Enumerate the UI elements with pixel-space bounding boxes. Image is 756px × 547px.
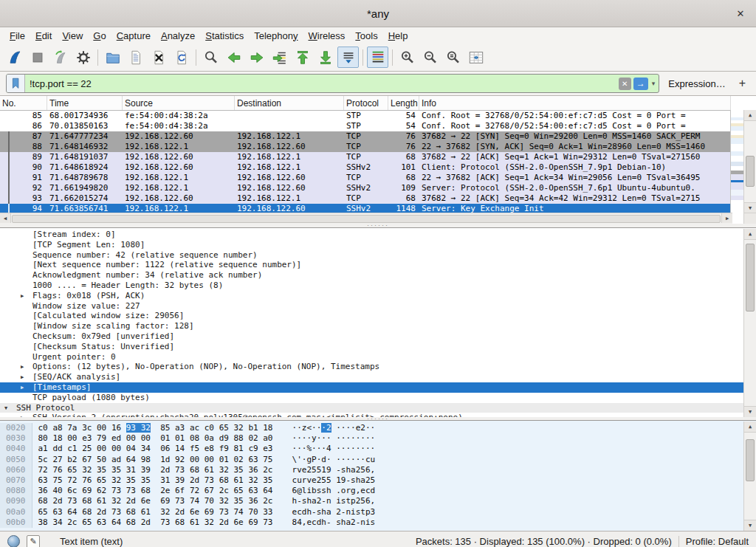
scroll-up-arrow[interactable]: ▲	[744, 229, 756, 240]
packet-list-minimap[interactable]	[730, 110, 744, 213]
auto-scroll-button[interactable]	[337, 47, 359, 68]
go-back-button[interactable]	[223, 47, 244, 68]
menu-help[interactable]: Help	[383, 29, 413, 43]
detail-line[interactable]: ▼SSH Protocol	[0, 403, 756, 413]
filter-clear-button[interactable]: ✕	[619, 78, 631, 90]
packet-row-91[interactable]: 9171.648789678192.168.122.1192.168.122.6…	[0, 173, 731, 183]
hex-vertical-scrollbar[interactable]: ▲ ▼	[743, 422, 756, 531]
detail-line[interactable]: 1000 .... = Header Length: 32 bytes (8)	[0, 281, 756, 291]
expanded-arrow-icon[interactable]: ▼	[4, 404, 7, 413]
hex-row-0070[interactable]: 007063 75 72 76 65 32 35 35 31 39 2d 73 …	[0, 475, 756, 486]
hex-row-0040[interactable]: 0040a1 dd c1 25 00 00 04 34 06 14 f5 e8 …	[0, 444, 756, 454]
filter-add-button[interactable]: +	[735, 77, 750, 90]
detail-line[interactable]: [Checksum Status: Unverified]	[0, 342, 756, 352]
go-last-button[interactable]	[315, 47, 336, 68]
scrollbar-thumb[interactable]	[746, 156, 755, 187]
filter-bookmark-button[interactable]	[7, 75, 25, 92]
hex-row-00b0[interactable]: 00b038 34 2c 65 63 64 68 2d 73 68 61 32 …	[0, 517, 756, 528]
collapsed-arrow-icon[interactable]: ▶	[21, 383, 24, 393]
hex-row-0030[interactable]: 003080 18 00 e3 79 ed 00 00 01 01 08 0a …	[0, 433, 756, 444]
go-first-button[interactable]	[292, 47, 313, 68]
detail-line[interactable]: Sequence number: 42 (relative sequence n…	[0, 250, 756, 261]
column-header-no[interactable]: No.	[0, 96, 47, 110]
reload-file-button[interactable]	[171, 47, 192, 68]
menu-telephony[interactable]: Telephony	[249, 29, 303, 43]
scroll-down-arrow[interactable]: ▼	[744, 520, 756, 531]
scroll-up-arrow[interactable]: ▲	[744, 110, 756, 121]
menu-file[interactable]: File	[4, 29, 30, 43]
start-capture-button[interactable]	[4, 47, 25, 68]
scroll-up-arrow[interactable]: ▲	[744, 422, 756, 433]
hex-row-0060[interactable]: 006072 76 65 32 35 35 31 39 2d 73 68 61 …	[0, 465, 756, 475]
hex-row-00a0[interactable]: 00a065 63 64 68 2d 73 68 61 32 2d 6e 69 …	[0, 507, 756, 517]
scrollbar-thumb[interactable]	[746, 439, 755, 481]
collapsed-arrow-icon[interactable]: ▶	[21, 292, 24, 301]
go-forward-button[interactable]	[246, 47, 267, 68]
scrollbar-thumb[interactable]	[12, 215, 721, 223]
hex-row-0080[interactable]: 008036 40 6c 69 62 73 73 68 2e 6f 72 67 …	[0, 486, 756, 496]
collapsed-arrow-icon[interactable]: ▶	[21, 373, 24, 382]
capture-options-button[interactable]	[72, 47, 94, 68]
detail-line[interactable]: Urgent pointer: 0	[0, 352, 756, 362]
detail-line[interactable]: Acknowledgment number: 34 (relative ack …	[0, 270, 756, 281]
menu-edit[interactable]: Edit	[30, 29, 57, 43]
restart-capture-button[interactable]	[49, 47, 71, 68]
packet-row-92[interactable]: 9271.661949820192.168.122.1192.168.122.6…	[0, 183, 731, 193]
open-file-button[interactable]	[102, 47, 123, 68]
collapsed-arrow-icon[interactable]: ▶	[21, 362, 24, 372]
filter-apply-button[interactable]: →	[633, 78, 648, 90]
hex-row-0090[interactable]: 009068 2d 73 68 61 32 2d 6e 69 73 74 70 …	[0, 496, 756, 506]
scroll-right-arrow[interactable]: ▶	[721, 213, 732, 223]
stop-capture-button[interactable]	[27, 47, 48, 68]
find-packet-button[interactable]	[200, 47, 221, 68]
packet-row-89[interactable]: 8971.648191037192.168.122.60192.168.122.…	[0, 152, 731, 162]
detail-line[interactable]: Checksum: 0x79ed [unverified]	[0, 331, 756, 342]
detail-line[interactable]: [TCP Segment Len: 1080]	[0, 240, 756, 250]
collapsed-arrow-icon[interactable]: ▶	[21, 413, 24, 417]
scroll-down-arrow[interactable]: ▼	[744, 406, 756, 417]
packet-row-85[interactable]: 8568.001734936fe:54:00:d4:38:2aSTP54Conf…	[0, 111, 731, 121]
column-header-proto[interactable]: Protocol	[344, 96, 388, 110]
detail-line[interactable]: Window size value: 227	[0, 301, 756, 312]
hex-row-0020[interactable]: 0020c0 a8 7a 3c 00 16 93 32 85 a3 ac c0 …	[0, 423, 756, 433]
menu-tools[interactable]: Tools	[350, 29, 382, 43]
detail-line[interactable]: [Stream index: 0]	[0, 230, 756, 240]
close-file-button[interactable]	[148, 47, 169, 68]
capture-comment-icon[interactable]: ✎	[27, 535, 40, 547]
menu-wireless[interactable]: Wireless	[303, 29, 351, 43]
window-close-button[interactable]: ✕	[734, 7, 747, 20]
detail-line[interactable]: ▶Options: (12 bytes), No-Operation (NOP)…	[0, 362, 756, 372]
expert-info-icon[interactable]	[7, 535, 20, 547]
detail-vertical-scrollbar[interactable]: ▲ ▼	[743, 229, 756, 417]
save-file-button[interactable]	[125, 47, 146, 68]
detail-line[interactable]: [Window size scaling factor: 128]	[0, 321, 756, 331]
filter-dropdown-arrow[interactable]: ▾	[650, 80, 659, 87]
menu-capture[interactable]: Capture	[111, 29, 156, 43]
packet-list-vertical-scrollbar[interactable]: ▲ ▼	[743, 110, 756, 213]
zoom-out-button[interactable]	[419, 47, 441, 68]
detail-line[interactable]: ▶SSH Version 2 (encryption:chacha20-poly…	[0, 413, 756, 417]
packet-list-horizontal-scrollbar[interactable]: ◀ ▶	[0, 213, 732, 224]
packet-row-86[interactable]: 8670.013850163fe:54:00:d4:38:2aSTP54Conf…	[0, 121, 731, 131]
menu-go[interactable]: Go	[88, 29, 111, 43]
scroll-down-arrow[interactable]: ▼	[744, 202, 756, 213]
expression-button[interactable]: Expression…	[665, 78, 728, 89]
column-header-src[interactable]: Source	[123, 96, 235, 110]
go-to-packet-button[interactable]	[269, 47, 290, 68]
resize-columns-button[interactable]	[465, 47, 487, 68]
detail-line[interactable]: [Next sequence number: 1122 (relative se…	[0, 260, 756, 270]
column-header-dst[interactable]: Destination	[235, 96, 344, 110]
detail-line[interactable]: [Calculated window size: 29056]	[0, 311, 756, 321]
detail-line[interactable]: TCP payload (1080 bytes)	[0, 393, 756, 403]
menu-statistics[interactable]: Statistics	[200, 29, 249, 43]
column-header-info[interactable]: Info	[419, 96, 731, 110]
packet-row-87[interactable]: 8771.647777234192.168.122.60192.168.122.…	[0, 131, 731, 142]
scroll-left-arrow[interactable]: ◀	[0, 213, 11, 223]
packet-row-93[interactable]: 9371.662015274192.168.122.60192.168.122.…	[0, 193, 731, 204]
hex-row-0050[interactable]: 00505c 27 b2 67 50 ad 64 98 1d 92 00 00 …	[0, 455, 756, 465]
column-header-time[interactable]: Time	[47, 96, 123, 110]
zoom-in-button[interactable]	[396, 47, 418, 68]
title-bar[interactable]: *any ✕	[0, 0, 756, 27]
detail-line[interactable]: ▶[SEQ/ACK analysis]	[0, 372, 756, 382]
menu-view[interactable]: View	[57, 29, 88, 43]
